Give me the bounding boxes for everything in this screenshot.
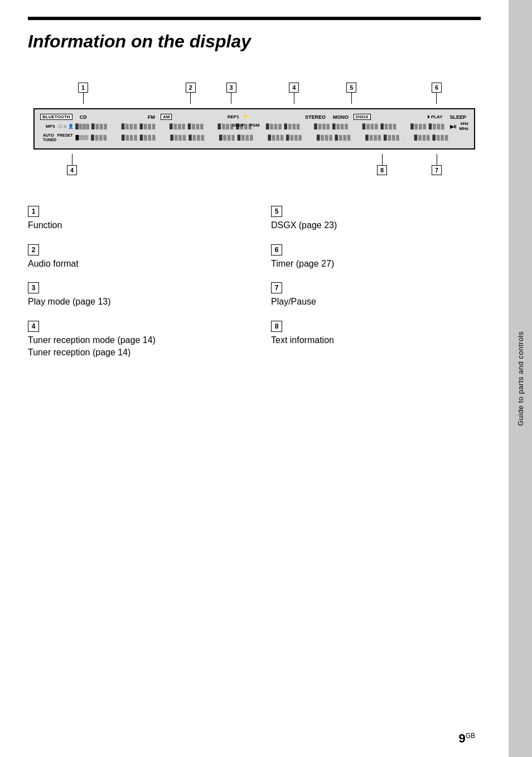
top-border — [28, 17, 481, 20]
am-label: AM — [161, 114, 172, 120]
display-diagram: 1 2 3 4 — [33, 83, 475, 175]
item-3-number: 3 — [28, 282, 39, 293]
desc-item-8: 8 Text information — [271, 321, 481, 359]
item-7-label: Play/Pause — [271, 296, 481, 308]
item-1-number: 1 — [28, 206, 39, 217]
page-title: Information on the display — [28, 31, 481, 52]
callout-1: 1 — [78, 83, 88, 93]
item-3-label: Play mode (page 13) — [28, 296, 238, 308]
callout-3: 3 — [226, 83, 236, 93]
item-4-label: Tuner reception mode (page 14)Tuner rece… — [28, 334, 238, 359]
callout-6: 6 — [432, 83, 442, 93]
item-4-number: 4 — [28, 321, 39, 332]
item-6-number: 6 — [271, 244, 282, 255]
item-8-label: Text information — [271, 334, 481, 346]
desc-item-5: 5 DSGX (page 23) — [271, 206, 481, 232]
desc-item-3: 3 Play mode (page 13) — [28, 282, 238, 308]
desc-item-4: 4 Tuner reception mode (page 14)Tuner re… — [28, 321, 238, 359]
page-number: 9GB — [458, 731, 475, 746]
item-1-label: Function — [28, 219, 238, 232]
desc-item-2: 2 Audio format — [28, 244, 238, 270]
desc-item-1: 1 Function — [28, 206, 238, 232]
item-2-label: Audio format — [28, 258, 238, 270]
bluetooth-label: BLUETOOTH — [40, 114, 72, 120]
item-7-number: 7 — [271, 282, 282, 293]
desc-item-6: 6 Timer (page 27) — [271, 244, 481, 270]
item-2-number: 2 — [28, 244, 39, 255]
display-frame: BLUETOOTH CD FM AM REP1 📁 STEREO MONO DS… — [33, 108, 475, 150]
item-6-label: Timer (page 27) — [271, 258, 481, 270]
callout-4-top: 4 — [289, 83, 299, 93]
item-5-number: 5 — [271, 206, 282, 217]
callout-4-bottom: 4 — [67, 165, 77, 175]
item-5-label: DSGX (page 23) — [271, 219, 481, 232]
desc-item-7: 7 Play/Pause — [271, 282, 481, 308]
dsgx-label: DSGX — [354, 114, 371, 120]
description-grid: 1 Function 5 DSGX (page 23) 2 Audio form… — [28, 206, 481, 371]
callout-2: 2 — [186, 83, 196, 93]
callout-8: 8 — [377, 165, 387, 175]
sidebar: Guide to parts and controls — [509, 0, 532, 757]
callout-7: 7 — [432, 165, 442, 175]
item-8-number: 8 — [271, 321, 282, 332]
sidebar-label: Guide to parts and controls — [516, 331, 525, 426]
callout-5: 5 — [346, 83, 356, 93]
